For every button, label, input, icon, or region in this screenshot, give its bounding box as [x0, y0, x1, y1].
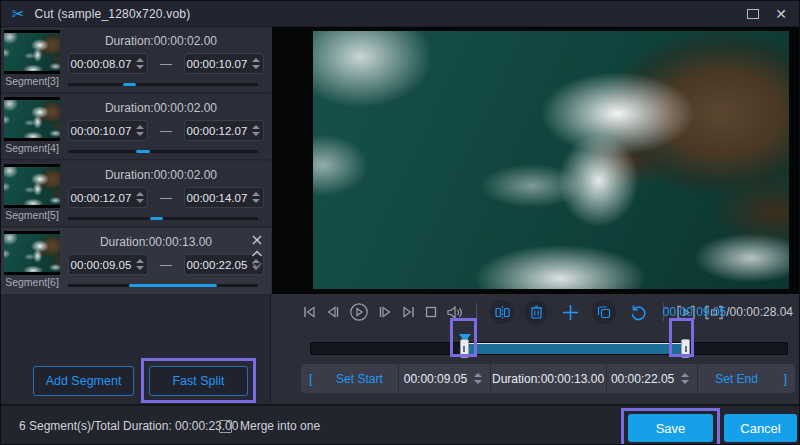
add-segment-button[interactable]: Add Segment [33, 366, 134, 396]
time-spinner[interactable] [133, 188, 147, 207]
segment-label: Segment[6] [1, 276, 63, 288]
end-time-field[interactable]: 00:00:12.07 [184, 120, 264, 141]
preview-panel: 00:00:09.05/00:00:28.04 [ Set Start 00:0… [272, 27, 800, 404]
move-up-icon[interactable] [251, 249, 263, 258]
segments-status: 6 Segment(s)/Total Duration: 00:00:23.00 [19, 406, 238, 445]
reset-icon[interactable] [626, 300, 650, 324]
start-time-field[interactable]: 00:00:10.07 [68, 120, 148, 141]
end-handle-annotation [669, 318, 694, 357]
delete-segment-icon[interactable] [251, 234, 263, 246]
save-button[interactable]: Save [628, 414, 713, 442]
split-icon[interactable] [490, 300, 514, 324]
maximize-icon[interactable] [747, 9, 759, 19]
add-icon[interactable] [558, 300, 582, 324]
segment-label: Segment[3] [1, 75, 63, 87]
segment-label: Segment[5] [1, 209, 63, 221]
skip-end-icon[interactable] [401, 305, 416, 319]
cancel-button[interactable]: Cancel [724, 414, 797, 442]
segment-row[interactable]: Segment[3] Duration:00:00:02.00 00:00:08… [1, 27, 271, 93]
selection-duration: Duration:00:00:13.00 [490, 364, 605, 393]
segment-duration: Duration:00:00:02.00 [63, 34, 259, 48]
step-forward-icon[interactable] [377, 305, 393, 319]
timeline-selection[interactable] [465, 343, 685, 354]
time-spinner[interactable] [249, 54, 263, 73]
time-spinner[interactable] [133, 121, 147, 140]
close-icon[interactable]: ✕ [775, 7, 787, 21]
segment-range-slider[interactable] [68, 284, 258, 287]
segment-thumbnail[interactable] [4, 97, 60, 141]
current-time: 00:00:09.05 [663, 305, 726, 319]
time-spinner[interactable] [133, 255, 147, 274]
stop-icon[interactable] [424, 305, 438, 319]
segment-row[interactable]: Segment[5] Duration:00:00:02.00 00:00:12… [1, 161, 271, 227]
range-dash: — [148, 258, 184, 272]
right-bracket: ] [776, 364, 795, 393]
segment-range-slider[interactable] [68, 150, 258, 153]
segment-row[interactable]: Segment[4] Duration:00:00:02.00 00:00:10… [1, 94, 271, 160]
segment-thumbnail[interactable] [4, 231, 60, 275]
transport-bar: 00:00:09.05/00:00:28.04 [272, 294, 800, 330]
scissors-icon: ✂ [12, 6, 25, 21]
delete-icon[interactable] [524, 300, 548, 324]
range-dash: — [148, 57, 184, 71]
footer-bar: 6 Segment(s)/Total Duration: 00:00:23.00… [1, 404, 800, 445]
range-dash: — [148, 124, 184, 138]
end-time-field[interactable]: 00:00:14.07 [184, 187, 264, 208]
segment-range-slider[interactable] [68, 83, 258, 86]
skip-start-icon[interactable] [302, 305, 317, 319]
total-time: /00:00:28.04 [726, 305, 793, 319]
video-area [272, 27, 800, 294]
start-handle-annotation [450, 318, 477, 357]
duplicate-icon[interactable] [592, 300, 616, 324]
end-time-input[interactable]: 00:00:22.05 [606, 364, 696, 393]
fast-split-annotation: Fast Split [141, 358, 256, 403]
merge-checkbox[interactable] [219, 420, 232, 433]
segment-row-selected[interactable]: Segment[6] Duration:00:00:13.00 00:00:09… [1, 228, 271, 295]
merge-label: Merge into one [240, 419, 320, 433]
set-start-button[interactable]: Set Start [320, 364, 398, 393]
segment-duration: Duration:00:00:02.00 [63, 101, 259, 115]
cut-dialog-window: ✂ Cut (sample_1280x720.vob) ✕ Segment[3]… [0, 0, 800, 445]
step-backward-icon[interactable] [325, 305, 341, 319]
timeline-track[interactable] [310, 342, 788, 355]
time-spinner[interactable] [249, 188, 263, 207]
segment-thumbnail[interactable] [4, 164, 60, 208]
start-time-field[interactable]: 00:00:09.05 [68, 254, 148, 275]
time-spinner[interactable] [249, 121, 263, 140]
segment-duration: Duration:00:00:13.00 [63, 235, 249, 249]
segment-list-panel: Segment[3] Duration:00:00:02.00 00:00:08… [1, 27, 271, 404]
time-spinner[interactable] [678, 364, 692, 393]
play-icon[interactable] [349, 302, 369, 322]
video-preview[interactable] [313, 31, 789, 289]
time-spinner[interactable] [471, 364, 485, 393]
title-bar: ✂ Cut (sample_1280x720.vob) ✕ [1, 1, 800, 27]
save-annotation: Save [621, 408, 720, 445]
time-spinner[interactable] [133, 54, 147, 73]
fast-split-button[interactable]: Fast Split [149, 366, 248, 396]
trim-bar: [ Set Start 00:00:09.05 Duration:00:00:1… [301, 364, 795, 393]
timeline [272, 333, 800, 363]
left-bracket: [ [301, 364, 320, 393]
start-time-field[interactable]: 00:00:08.07 [68, 53, 148, 74]
start-time-input[interactable]: 00:00:09.05 [399, 364, 489, 393]
window-title: Cut (sample_1280x720.vob) [35, 7, 191, 21]
start-time-field[interactable]: 00:00:12.07 [68, 187, 148, 208]
end-time-field[interactable]: 00:00:10.07 [184, 53, 264, 74]
segment-thumbnail[interactable] [4, 30, 60, 74]
segment-range-slider[interactable] [68, 217, 258, 220]
segment-duration: Duration:00:00:02.00 [63, 168, 259, 182]
range-dash: — [148, 191, 184, 205]
move-down-icon[interactable] [251, 261, 263, 270]
set-end-button[interactable]: Set End [698, 364, 776, 393]
segment-label: Segment[4] [1, 142, 63, 154]
